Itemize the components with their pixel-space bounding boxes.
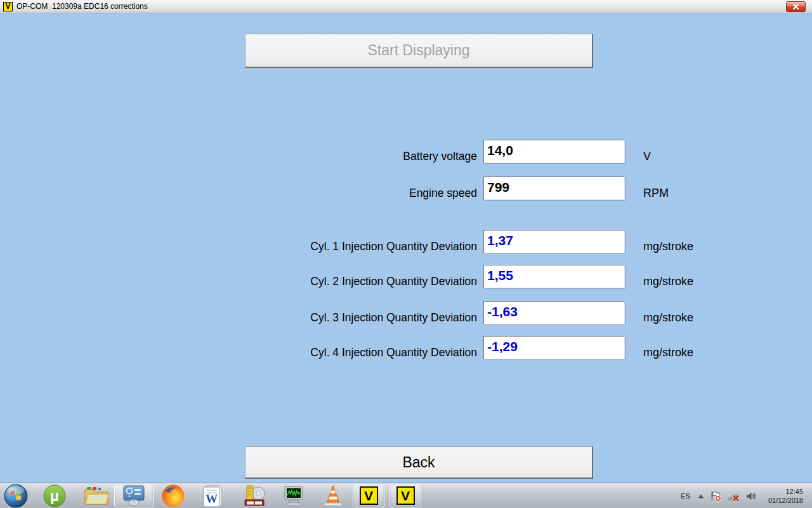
taskbar-item-opcom-1[interactable]: V bbox=[353, 484, 384, 507]
opcom-v-icon: V bbox=[360, 486, 378, 505]
battery-voltage-value: 14,0 bbox=[487, 143, 513, 157]
language-indicator[interactable]: ES bbox=[679, 491, 692, 501]
taskbar-item-opcom-2[interactable]: V bbox=[390, 484, 421, 507]
clock-date: 01/12/2018 bbox=[768, 496, 803, 505]
reading-label: Battery voltage bbox=[403, 145, 477, 168]
chevron-up-icon bbox=[698, 494, 704, 498]
reading-unit: V bbox=[643, 145, 651, 168]
taskbar-item-burning-tool[interactable] bbox=[242, 485, 267, 507]
engine-speed-field[interactable]: 799 bbox=[483, 177, 625, 200]
cyl1-deviation-value: 1,37 bbox=[487, 233, 513, 248]
battery-voltage-field[interactable]: 14,0 bbox=[483, 140, 625, 163]
taskbar: µ bbox=[0, 483, 812, 508]
back-button[interactable]: Back bbox=[245, 446, 593, 479]
titlebar[interactable]: V OP-COM 120309a EDC16 corrections bbox=[0, 0, 812, 13]
opcom-window: V OP-COM 120309a EDC16 corrections Start… bbox=[0, 0, 812, 508]
svg-text:µ: µ bbox=[50, 487, 59, 504]
taskbar-item-word[interactable]: W bbox=[200, 485, 225, 507]
word-icon: W bbox=[202, 485, 223, 507]
reading-row-battery-voltage: Battery voltage 14,0 V bbox=[0, 140, 812, 163]
reading-row-cyl4-deviation: Cyl. 4 Injection Quantity Deviation -1,2… bbox=[0, 336, 812, 359]
cd-tool-icon bbox=[242, 485, 266, 507]
taskbar-item-diagnostics-monitor[interactable] bbox=[280, 485, 306, 507]
cyl2-deviation-value: 1,55 bbox=[487, 268, 513, 283]
reading-label: Cyl. 1 Injection Quantity Deviation bbox=[310, 235, 477, 258]
taskbar-item-opcom-settings-active[interactable] bbox=[114, 484, 154, 507]
windows-start-icon bbox=[4, 484, 28, 508]
utorrent-icon: µ bbox=[43, 485, 66, 507]
cyl4-deviation-value: -1,29 bbox=[487, 339, 518, 354]
main-panel: Start Displaying Battery voltage 14,0 V … bbox=[0, 13, 812, 483]
reading-label: Cyl. 2 Injection Quantity Deviation bbox=[310, 270, 477, 293]
reading-row-cyl3-deviation: Cyl. 3 Injection Quantity Deviation -1,6… bbox=[0, 301, 812, 324]
start-displaying-button[interactable]: Start Displaying bbox=[245, 34, 593, 68]
reading-unit: RPM bbox=[643, 182, 669, 205]
close-button[interactable] bbox=[786, 1, 806, 12]
reading-row-cyl2-deviation: Cyl. 2 Injection Quantity Deviation 1,55… bbox=[0, 265, 812, 288]
action-center-flag-icon bbox=[710, 490, 721, 502]
folder-icon bbox=[84, 485, 109, 507]
cyl1-deviation-field[interactable]: 1,37 bbox=[483, 230, 625, 253]
control-panel-icon bbox=[122, 485, 146, 506]
vlc-cone-icon bbox=[322, 485, 344, 507]
reading-row-cyl1-deviation: Cyl. 1 Injection Quantity Deviation 1,37… bbox=[0, 230, 812, 253]
reading-label: Cyl. 4 Injection Quantity Deviation bbox=[310, 341, 477, 364]
network-disconnected-icon bbox=[727, 491, 740, 502]
action-center-button[interactable] bbox=[710, 490, 721, 502]
reading-unit: mg/stroke bbox=[643, 341, 693, 364]
system-monitor-icon bbox=[281, 485, 305, 507]
network-status-button[interactable] bbox=[727, 491, 740, 502]
speaker-icon bbox=[745, 491, 757, 502]
clock-time: 12:45 bbox=[768, 487, 803, 496]
cyl4-deviation-field[interactable]: -1,29 bbox=[483, 336, 625, 359]
show-hidden-icons-button[interactable] bbox=[698, 494, 704, 498]
reading-unit: mg/stroke bbox=[643, 270, 693, 293]
taskbar-item-utorrent[interactable]: µ bbox=[42, 485, 67, 507]
taskbar-item-vlc[interactable] bbox=[320, 485, 346, 507]
opcom-app-icon: V bbox=[3, 2, 13, 11]
start-button[interactable] bbox=[3, 485, 29, 507]
reading-label: Engine speed bbox=[409, 182, 477, 205]
reading-unit: mg/stroke bbox=[643, 235, 693, 258]
reading-label: Cyl. 3 Injection Quantity Deviation bbox=[310, 306, 477, 330]
taskbar-item-explorer[interactable] bbox=[84, 485, 109, 507]
cyl3-deviation-field[interactable]: -1,63 bbox=[483, 301, 625, 324]
taskbar-item-firefox[interactable] bbox=[160, 485, 186, 507]
system-tray: ES bbox=[679, 483, 803, 508]
cyl2-deviation-field[interactable]: 1,55 bbox=[483, 265, 625, 288]
firefox-icon bbox=[161, 484, 185, 508]
window-title: OP-COM 120309a EDC16 corrections bbox=[16, 2, 148, 11]
reading-unit: mg/stroke bbox=[643, 306, 693, 330]
svg-text:W: W bbox=[206, 492, 218, 505]
reading-row-engine-speed: Engine speed 799 RPM bbox=[0, 177, 812, 200]
cyl3-deviation-value: -1,63 bbox=[487, 304, 518, 319]
clock[interactable]: 12:45 01/12/2018 bbox=[768, 487, 803, 505]
volume-button[interactable] bbox=[745, 491, 757, 502]
opcom-v-icon: V bbox=[396, 486, 415, 505]
close-icon bbox=[792, 4, 799, 10]
engine-speed-value: 799 bbox=[487, 180, 509, 194]
